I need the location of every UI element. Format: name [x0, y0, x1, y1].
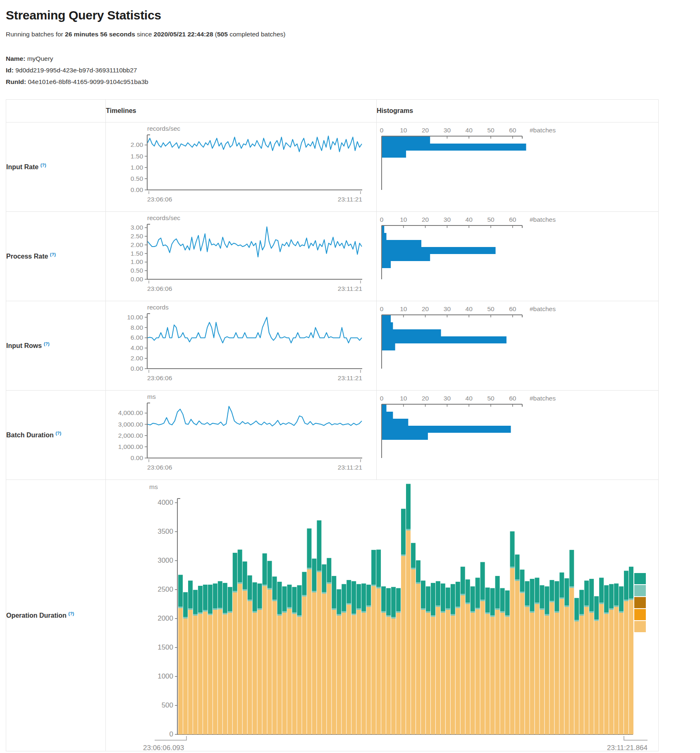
svg-text:23:06:06.093: 23:06:06.093 — [143, 744, 184, 751]
input-rows-timeline-cell: records0.002.004.006.008.0010.0023:06:06… — [106, 301, 377, 390]
process-rate-timeline-cell: records/sec0.000.501.001.502.002.503.002… — [106, 211, 377, 301]
svg-text:60: 60 — [509, 395, 516, 402]
operation-duration-row: Operation Duration (?) ms050010001500200… — [6, 480, 659, 751]
summary-prefix: Running batches for — [6, 31, 65, 38]
svg-text:40: 40 — [466, 127, 473, 134]
batch-duration-label-cell: Batch Duration (?) — [6, 390, 106, 480]
legend-swatch-3 — [634, 597, 646, 608]
svg-text:3.00: 3.00 — [131, 224, 143, 231]
histograms-column-header: Histograms — [377, 99, 659, 122]
input-rate-label-cell: Input Rate (?) — [6, 122, 106, 211]
query-runid-value: 04e101e6-8bf8-4165-9099-9104c951ba3b — [28, 78, 148, 85]
svg-text:23:11:21: 23:11:21 — [338, 285, 362, 292]
input-rows-histogram-cell: 0102030405060#batches — [377, 301, 659, 390]
query-id-value: 9d0dd219-995d-423e-b97d-36931110bb27 — [15, 67, 137, 74]
svg-text:10.00: 10.00 — [127, 313, 143, 320]
svg-text:4.00: 4.00 — [131, 344, 143, 351]
svg-text:23:11:21: 23:11:21 — [338, 374, 362, 381]
svg-text:8.00: 8.00 — [131, 324, 143, 331]
svg-text:#batches: #batches — [530, 395, 556, 402]
svg-text:500: 500 — [162, 701, 173, 709]
svg-text:50: 50 — [487, 305, 495, 312]
legend-swatch-4 — [634, 609, 646, 620]
svg-text:10: 10 — [400, 395, 407, 402]
svg-text:ms: ms — [149, 483, 158, 490]
batch-duration-row: Batch Duration (?) ms0.001,000.002,000.0… — [6, 390, 659, 480]
operation-duration-help-tooltip[interactable]: (?) — [68, 611, 74, 616]
svg-text:records: records — [147, 304, 169, 311]
query-name-row: Name: myQuery — [6, 53, 694, 65]
svg-text:2500: 2500 — [158, 585, 173, 593]
query-name-label: Name: — [6, 55, 25, 62]
process-rate-help-tooltip[interactable]: (?) — [50, 252, 56, 257]
legend-swatch-5 — [634, 621, 646, 632]
input-rows-timeline-chart: records0.002.004.006.008.0010.0023:06:06… — [106, 301, 376, 390]
summary-duration: 26 minutes 56 seconds — [65, 31, 135, 38]
batch-duration-timeline-cell: ms0.001,000.002,000.003,000.004,000.0023… — [106, 390, 377, 480]
svg-text:3000: 3000 — [158, 556, 173, 564]
svg-text:30: 30 — [444, 305, 451, 312]
svg-text:1000: 1000 — [158, 672, 173, 680]
svg-text:2000: 2000 — [158, 614, 173, 622]
svg-text:23:11:21: 23:11:21 — [338, 196, 362, 203]
empty-header-cell — [6, 99, 106, 122]
batch-duration-help-tooltip[interactable]: (?) — [55, 431, 61, 436]
legend-swatch-1 — [634, 573, 646, 584]
svg-text:2.00: 2.00 — [131, 141, 143, 148]
svg-text:0: 0 — [380, 216, 384, 223]
table-header-row: Timelines Histograms — [6, 99, 659, 122]
svg-text:#batches: #batches — [530, 216, 556, 223]
svg-text:10: 10 — [400, 305, 407, 312]
svg-text:0.50: 0.50 — [131, 175, 143, 182]
query-metadata: Name: myQuery Id: 9d0dd219-995d-423e-b97… — [6, 53, 694, 88]
batch-duration-label: Batch Duration — [6, 432, 54, 439]
svg-text:records/sec: records/sec — [147, 125, 180, 132]
svg-text:ms: ms — [147, 393, 156, 400]
svg-text:0.00: 0.00 — [131, 454, 143, 461]
svg-text:40: 40 — [466, 395, 473, 402]
batch-duration-histogram-chart: 0102030405060#batches — [377, 391, 658, 480]
operation-duration-label-cell: Operation Duration (?) — [6, 480, 106, 751]
svg-text:10: 10 — [400, 216, 407, 223]
input-rate-histogram-cell: 0102030405060#batches — [377, 122, 659, 211]
svg-text:6.00: 6.00 — [131, 334, 143, 341]
svg-text:23:06:06: 23:06:06 — [147, 196, 172, 203]
svg-text:#batches: #batches — [530, 305, 556, 312]
input-rate-histogram-chart: 0102030405060#batches — [377, 122, 658, 211]
process-rate-histogram-chart: 0102030405060#batches — [377, 212, 658, 301]
svg-text:1.00: 1.00 — [131, 163, 143, 170]
summary-batch-count: 505 — [217, 31, 228, 38]
summary-middle: since — [135, 31, 154, 38]
input-rows-label-cell: Input Rows (?) — [6, 301, 106, 390]
process-rate-row: Process Rate (?) records/sec0.000.501.00… — [6, 211, 659, 301]
process-rate-histogram-cell: 0102030405060#batches — [377, 211, 659, 301]
statistics-table: Timelines Histograms Input Rate (?) reco… — [6, 99, 659, 751]
svg-text:0.50: 0.50 — [131, 267, 143, 274]
input-rows-label: Input Rows — [6, 342, 42, 349]
svg-text:2.00: 2.00 — [131, 241, 143, 248]
process-rate-timeline-chart: records/sec0.000.501.001.502.002.503.002… — [106, 212, 376, 301]
svg-text:50: 50 — [487, 216, 495, 223]
operation-duration-stacked-chart: ms0500100015002000250030003500400023:06:… — [106, 480, 658, 751]
input-rate-help-tooltip[interactable]: (?) — [41, 163, 46, 168]
svg-text:10: 10 — [400, 127, 407, 134]
svg-text:60: 60 — [509, 127, 516, 134]
legend-swatch-2 — [634, 585, 646, 596]
svg-text:30: 30 — [444, 216, 451, 223]
input-rate-timeline-chart: records/sec0.000.501.001.502.0023:06:062… — [106, 122, 376, 211]
svg-text:40: 40 — [466, 305, 473, 312]
svg-text:23:11:21.864: 23:11:21.864 — [607, 744, 647, 751]
process-rate-label: Process Rate — [6, 253, 48, 260]
svg-text:50: 50 — [487, 395, 495, 402]
page: Streaming Query Statistics Running batch… — [0, 0, 700, 753]
svg-text:4000: 4000 — [158, 499, 173, 506]
svg-text:1,000.00: 1,000.00 — [118, 443, 143, 450]
input-rows-help-tooltip[interactable]: (?) — [44, 341, 50, 346]
svg-text:0: 0 — [380, 395, 384, 402]
input-rate-label: Input Rate — [6, 163, 38, 170]
svg-text:0.00: 0.00 — [131, 186, 143, 193]
input-rows-histogram-chart: 0102030405060#batches — [377, 301, 658, 390]
svg-text:2,000.00: 2,000.00 — [118, 432, 143, 439]
svg-text:0.00: 0.00 — [131, 365, 143, 372]
svg-text:23:11:21: 23:11:21 — [338, 464, 362, 471]
